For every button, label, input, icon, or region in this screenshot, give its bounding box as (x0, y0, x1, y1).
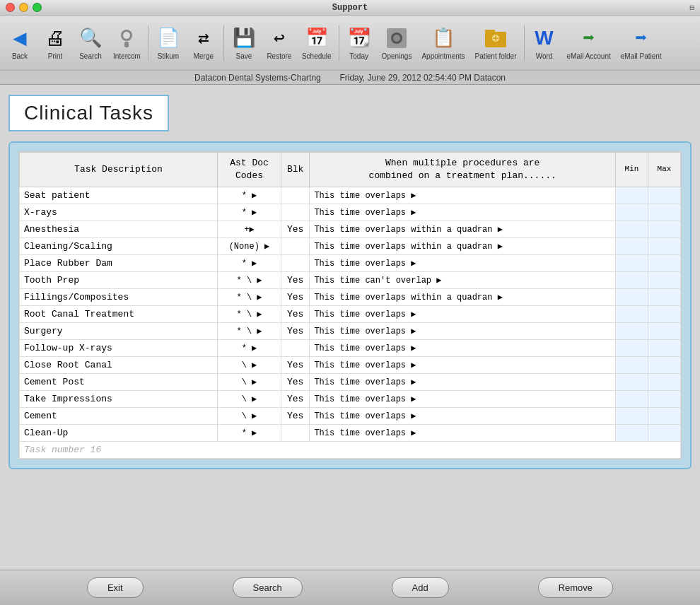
cell-ast: * \ ▶ (218, 306, 281, 323)
cell-blk: Yes (281, 374, 310, 391)
table-row[interactable]: Surgery* \ ▶YesThis time overlaps ▶ (20, 323, 681, 340)
table-row[interactable]: Cement\ ▶YesThis time overlaps ▶ (20, 408, 681, 425)
cell-task: Cement (20, 408, 218, 425)
toolbar-openings[interactable]: Openings (378, 23, 416, 63)
cell-max[interactable] (648, 408, 681, 425)
table-row[interactable]: Anesthesia +▶YesThis time overlaps withi… (20, 221, 681, 238)
email-patient-label: eMail Patient (621, 52, 662, 60)
cell-max[interactable] (648, 238, 681, 255)
table-row[interactable]: Seat patient* ▶This time overlaps ▶ (20, 187, 681, 204)
cell-max[interactable] (648, 221, 681, 238)
toolbar-back[interactable]: ◀ Back (3, 23, 37, 63)
cell-min[interactable] (616, 306, 648, 323)
toolbar-intercom[interactable]: Intercom (109, 23, 145, 63)
table-row[interactable]: Cleaning/Scaling(None) ▶This time overla… (20, 238, 681, 255)
header-blk: Blk (281, 153, 310, 187)
toolbar-email-account[interactable]: ➡ eMail Account (563, 23, 615, 63)
toolbar-word[interactable]: W Word (527, 23, 561, 63)
cell-ast: * \ ▶ (218, 323, 281, 340)
cell-min[interactable] (616, 272, 648, 289)
cell-ast: \ ▶ (218, 374, 281, 391)
table-row[interactable]: Close Root Canal\ ▶YesThis time overlaps… (20, 357, 681, 374)
toolbar-patient-folder[interactable]: Patient folder (471, 23, 521, 63)
cell-overlap: This time overlaps within a quadran ▶ (310, 289, 616, 306)
search-button[interactable]: Search (233, 577, 303, 598)
today-label: Today (349, 52, 368, 60)
cell-max[interactable] (648, 374, 681, 391)
header-task-description: Task Description (20, 153, 218, 187)
placeholder-row[interactable]: Task number 16 (20, 442, 681, 459)
close-button[interactable] (6, 3, 15, 12)
table-row[interactable]: Take Impressions\ ▶YesThis time overlaps… (20, 391, 681, 408)
cell-ast: +▶ (218, 221, 281, 238)
toolbar-print[interactable]: 🖨 Print (38, 23, 72, 63)
cell-max[interactable] (648, 357, 681, 374)
cell-min[interactable] (616, 238, 648, 255)
cell-min[interactable] (616, 204, 648, 221)
table-row[interactable]: Clean-Up* ▶This time overlaps ▶ (20, 425, 681, 442)
cell-ast: * \ ▶ (218, 289, 281, 306)
save-icon: 💾 (231, 25, 257, 51)
toolbar-search[interactable]: 🔍 Search (74, 23, 107, 63)
cell-max[interactable] (648, 272, 681, 289)
table-row[interactable]: Follow-up X-rays* ▶This time overlaps ▶ (20, 340, 681, 357)
word-icon: W (532, 25, 557, 51)
minimize-button[interactable] (19, 3, 28, 12)
cell-task: Fillings/Composites (20, 289, 218, 306)
cell-blk (281, 255, 310, 272)
toolbar-merge[interactable]: ⇄ Merge (187, 23, 221, 63)
cell-min[interactable] (616, 221, 648, 238)
cell-ast: \ ▶ (218, 357, 281, 374)
table-row[interactable]: Tooth Prep* \ ▶YesThis time can't overla… (20, 272, 681, 289)
table-row[interactable]: Cement Post\ ▶YesThis time overlaps ▶ (20, 374, 681, 391)
cell-max[interactable] (648, 340, 681, 357)
toolbar-restore[interactable]: ↩ Restore (262, 23, 296, 63)
cell-max[interactable] (648, 425, 681, 442)
toolbar-save[interactable]: 💾 Save (227, 23, 261, 63)
toolbar-today[interactable]: 📆 Today (342, 23, 376, 63)
toolbar-email-patient[interactable]: ➡ eMail Patient (617, 23, 666, 63)
cell-task: Anesthesia (20, 221, 218, 238)
cell-min[interactable] (616, 323, 648, 340)
cell-min[interactable] (616, 187, 648, 204)
cell-min[interactable] (616, 340, 648, 357)
cell-min[interactable] (616, 255, 648, 272)
cell-overlap: This time overlaps ▶ (310, 391, 616, 408)
add-button[interactable]: Add (392, 577, 449, 598)
header-overlap: When multiple procedures arecombined on … (310, 153, 616, 187)
cell-max[interactable] (648, 204, 681, 221)
maximize-button[interactable] (33, 3, 42, 12)
cell-min[interactable] (616, 408, 648, 425)
window-controls[interactable] (6, 3, 42, 12)
cell-min[interactable] (616, 391, 648, 408)
cell-max[interactable] (648, 306, 681, 323)
exit-button[interactable]: Exit (87, 577, 144, 598)
cell-overlap: This time overlaps within a quadran ▶ (310, 221, 616, 238)
cell-overlap: This time overlaps within a quadran ▶ (310, 238, 616, 255)
cell-min[interactable] (616, 289, 648, 306)
cell-min[interactable] (616, 374, 648, 391)
cell-task: Follow-up X-rays (20, 340, 218, 357)
table-row[interactable]: Fillings/Composites* \ ▶YesThis time ove… (20, 289, 681, 306)
cell-max[interactable] (648, 187, 681, 204)
cell-min[interactable] (616, 357, 648, 374)
cell-task: Root Canal Treatment (20, 306, 218, 323)
cell-min[interactable] (616, 425, 648, 442)
table-row[interactable]: Root Canal Treatment* \ ▶YesThis time ov… (20, 306, 681, 323)
toolbar-schedule[interactable]: 📅 Schedule (298, 23, 336, 63)
toolbar-appointments[interactable]: 📋 Appointments (417, 23, 469, 63)
cell-blk (281, 238, 310, 255)
cell-max[interactable] (648, 289, 681, 306)
cell-overlap: This time overlaps ▶ (310, 374, 616, 391)
collapse-icon[interactable]: ⊟ (689, 3, 694, 12)
cell-max[interactable] (648, 323, 681, 340)
cell-max[interactable] (648, 391, 681, 408)
toolbar: ◀ Back 🖨 Print 🔍 Search Intercom 📄 Stiku… (0, 16, 700, 71)
toolbar-stikum[interactable]: 📄 Stikum (151, 23, 185, 63)
back-icon: ◀ (7, 25, 33, 51)
remove-button[interactable]: Remove (538, 577, 613, 598)
table-row[interactable]: Place Rubber Dam* ▶This time overlaps ▶ (20, 255, 681, 272)
table-row[interactable]: X-rays* ▶This time overlaps ▶ (20, 204, 681, 221)
cell-max[interactable] (648, 255, 681, 272)
divider-3 (339, 25, 339, 61)
